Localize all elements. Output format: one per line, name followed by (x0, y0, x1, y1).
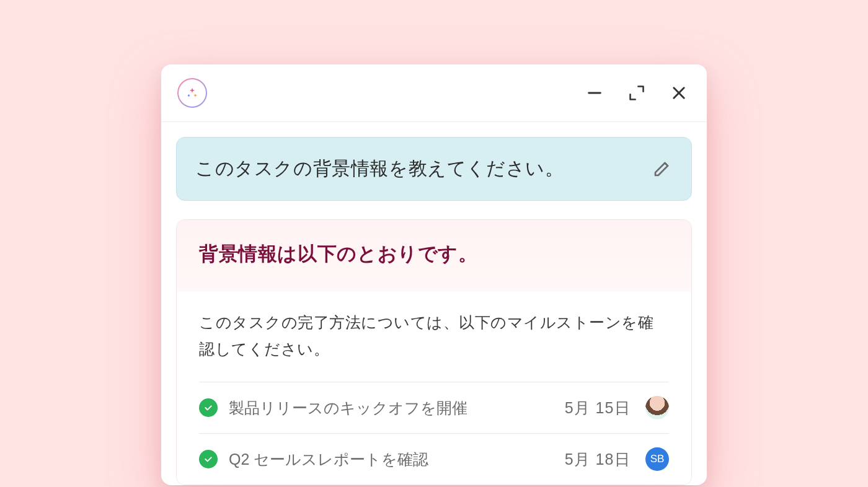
minimize-button[interactable] (585, 84, 604, 102)
pencil-icon (653, 158, 673, 178)
window-controls (585, 84, 688, 102)
user-prompt: このタスクの背景情報を教えてください。 (176, 137, 692, 201)
milestone-list: 製品リリースのキックオフを開催 5月 15日 Q2 セールスレポートを確認 5月… (199, 382, 669, 485)
titlebar (161, 64, 707, 122)
close-button[interactable] (670, 84, 688, 102)
answer-heading-area: 背景情報は以下のとおりです。 (177, 220, 691, 292)
assignee-avatar[interactable] (645, 396, 669, 419)
edit-prompt-button[interactable] (653, 158, 673, 180)
answer-description: このタスクの完了方法については、以下のマイルストーンを確認してください。 (199, 309, 669, 362)
expand-button[interactable] (627, 84, 646, 102)
answer-heading: 背景情報は以下のとおりです。 (199, 241, 669, 267)
check-complete-icon (199, 398, 218, 417)
ai-assistant-panel: このタスクの背景情報を教えてください。 背景情報は以下のとおりです。 このタスク… (161, 64, 707, 485)
answer-body: このタスクの完了方法については、以下のマイルストーンを確認してください。 製品リ… (177, 292, 691, 485)
milestone-title: 製品リリースのキックオフを開催 (229, 398, 554, 418)
milestone-row[interactable]: 製品リリースのキックオフを開催 5月 15日 (199, 382, 669, 433)
check-complete-icon (199, 450, 218, 468)
assignee-avatar[interactable]: SB (645, 447, 669, 471)
user-prompt-text: このタスクの背景情報を教えてください。 (195, 156, 564, 182)
ai-answer-card: 背景情報は以下のとおりです。 このタスクの完了方法については、以下のマイルストー… (176, 219, 692, 485)
milestone-row[interactable]: Q2 セールスレポートを確認 5月 18日 SB (199, 433, 669, 485)
milestone-title: Q2 セールスレポートを確認 (229, 449, 554, 470)
panel-body: このタスクの背景情報を教えてください。 背景情報は以下のとおりです。 このタスク… (161, 122, 707, 485)
milestone-date: 5月 15日 (565, 398, 631, 418)
ai-sparkle-icon (177, 78, 207, 108)
milestone-date: 5月 18日 (565, 449, 631, 470)
